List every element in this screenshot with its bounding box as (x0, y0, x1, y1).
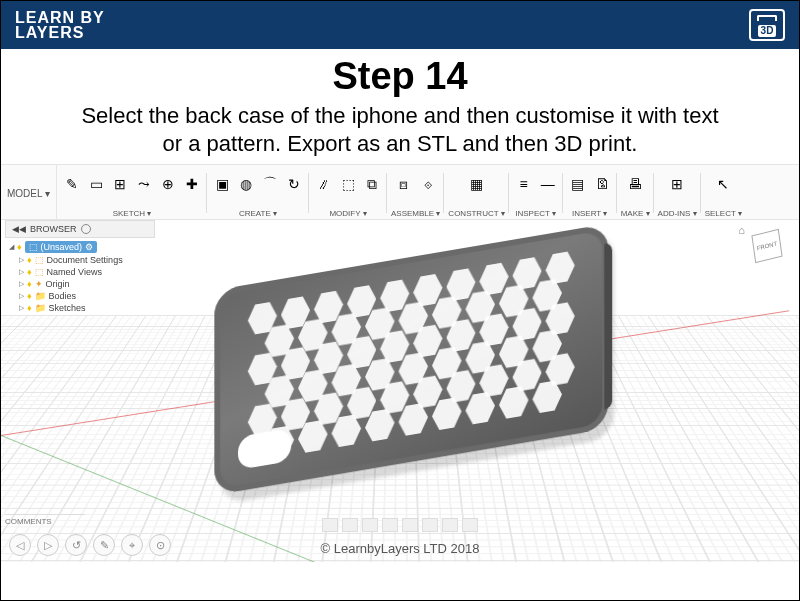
tool-icon[interactable]: ▦ (466, 173, 488, 195)
printer-3d-icon: 3D (749, 9, 785, 41)
toolbar-group: ↖SELECT ▾ (701, 165, 746, 221)
viewport[interactable]: ⌂ FRONT ◀◀BROWSER ◢♦ ⬚(Unsaved)⚙ ▷♦⬚Docu… (1, 220, 799, 562)
view-cube[interactable]: FRONT (747, 226, 787, 266)
toolbar-group: ≡—INSPECT ▾ (509, 165, 563, 221)
tree-item[interactable]: ▷♦⬚Named Views (9, 266, 151, 278)
toolbar-group: 🖶MAKE ▾ (617, 165, 654, 221)
mini-tool[interactable] (322, 518, 338, 532)
browser-panel: ◀◀BROWSER ◢♦ ⬚(Unsaved)⚙ ▷♦⬚Document Set… (5, 220, 155, 316)
toolbar-group: ▣◍⌒↻CREATE ▾ (207, 165, 309, 221)
tool-icon[interactable]: ▭ (85, 173, 107, 195)
phone-case-model[interactable] (214, 220, 647, 562)
fusion360-screenshot: MODEL ▾ ✎▭⊞⤳⊕✚SKETCH ▾▣◍⌒↻CREATE ▾⫽⬚⧉MOD… (1, 164, 799, 562)
tool-icon[interactable]: ≡ (513, 173, 535, 195)
tool-icon[interactable]: ⊞ (109, 173, 131, 195)
hex-pattern (248, 249, 575, 470)
mini-tool[interactable] (442, 518, 458, 532)
tool-icon[interactable]: ⬚ (337, 173, 359, 195)
mini-tool[interactable] (362, 518, 378, 532)
step-title: Step 14 (1, 55, 799, 98)
tree-item[interactable]: ▷♦📁Sketches (9, 302, 151, 314)
bottom-mini-toolbar (322, 518, 478, 532)
toolbar-groups: ✎▭⊞⤳⊕✚SKETCH ▾▣◍⌒↻CREATE ▾⫽⬚⧉MODIFY ▾⧈⟐A… (57, 165, 746, 221)
tool-icon[interactable]: 🖶 (624, 173, 646, 195)
step-instructions: Select the back case of the iphone and t… (80, 102, 720, 158)
mini-tool[interactable] (462, 518, 478, 532)
browser-toggle-icon[interactable] (81, 224, 91, 234)
tool-icon[interactable]: — (537, 173, 559, 195)
mini-tool[interactable] (402, 518, 418, 532)
slide-footer: © LearnbyLayers LTD 2018 (1, 541, 799, 556)
tool-icon[interactable]: ◍ (235, 173, 257, 195)
app-toolbar: MODEL ▾ ✎▭⊞⤳⊕✚SKETCH ▾▣◍⌒↻CREATE ▾⫽⬚⧉MOD… (1, 164, 799, 220)
tool-icon[interactable]: ▣ (211, 173, 233, 195)
browser-tree: ◢♦ ⬚(Unsaved)⚙ ▷♦⬚Document Settings▷♦⬚Na… (5, 238, 155, 316)
viewcube-face[interactable]: FRONT (751, 229, 782, 264)
mini-tool[interactable] (422, 518, 438, 532)
mini-tool[interactable] (382, 518, 398, 532)
tool-icon[interactable]: ↖ (712, 173, 734, 195)
tool-icon[interactable]: 🖻 (591, 173, 613, 195)
tool-icon[interactable]: ⟐ (417, 173, 439, 195)
toolbar-group: ⧈⟐ASSEMBLE ▾ (387, 165, 444, 221)
mini-tool[interactable] (342, 518, 358, 532)
tool-icon[interactable]: ⊕ (157, 173, 179, 195)
tool-icon[interactable]: ⧈ (393, 173, 415, 195)
toolbar-group: ⊞ADD-INS ▾ (654, 165, 701, 221)
browser-header[interactable]: ◀◀BROWSER (5, 220, 155, 238)
toolbar-group: ⫽⬚⧉MODIFY ▾ (309, 165, 387, 221)
brand-logo: LEARN BY LAYERS (15, 10, 105, 40)
tool-icon[interactable]: ↻ (283, 173, 305, 195)
brand-line2: LAYERS (15, 25, 105, 40)
comments-panel[interactable]: COMMENTS (5, 514, 85, 526)
brand-line1: LEARN BY (15, 10, 105, 25)
tree-item[interactable]: ▷♦✦Origin (9, 278, 151, 290)
toolbar-group: ▦CONSTRUCT ▾ (444, 165, 508, 221)
tree-item[interactable]: ▷♦⬚Document Settings (9, 254, 151, 266)
tool-icon[interactable]: ⊞ (666, 173, 688, 195)
tree-root-row[interactable]: ◢♦ ⬚(Unsaved)⚙ (9, 240, 151, 254)
slide-header: LEARN BY LAYERS 3D (1, 1, 799, 49)
tool-icon[interactable]: ⧉ (361, 173, 383, 195)
toolbar-group: ▤🖻INSERT ▾ (563, 165, 617, 221)
badge-text: 3D (758, 25, 777, 37)
tool-icon[interactable]: ⌒ (259, 173, 281, 195)
tool-icon[interactable]: ✎ (61, 173, 83, 195)
tool-icon[interactable]: ⤳ (133, 173, 155, 195)
home-view-icon[interactable]: ⌂ (738, 224, 745, 236)
tool-icon[interactable]: ▤ (567, 173, 589, 195)
tree-item[interactable]: ▷♦📁Bodies (9, 290, 151, 302)
toolbar-group: ✎▭⊞⤳⊕✚SKETCH ▾ (57, 165, 207, 221)
tool-icon[interactable]: ⫽ (313, 173, 335, 195)
tool-icon[interactable]: ✚ (181, 173, 203, 195)
workspace-model-button[interactable]: MODEL ▾ (1, 165, 57, 221)
